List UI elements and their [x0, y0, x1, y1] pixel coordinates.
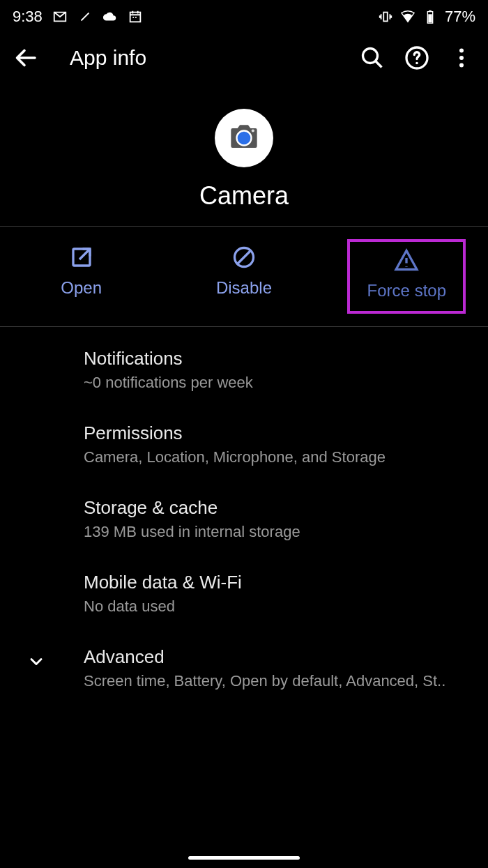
item-subtitle: 139 MB used in internal storage [84, 523, 471, 541]
overflow-menu-icon[interactable] [449, 45, 474, 70]
svg-rect-3 [429, 10, 432, 12]
voicemail-icon [77, 9, 93, 24]
chevron-down-icon [26, 652, 46, 671]
status-bar: 9:38 77% [0, 0, 488, 33]
warning-icon [394, 248, 419, 273]
app-icon [215, 109, 273, 167]
cloud-icon [102, 9, 118, 24]
action-row: Open Disable Force stop [0, 227, 488, 326]
help-icon[interactable] [404, 45, 429, 70]
status-time: 9:38 [13, 8, 43, 26]
app-header: Camera [0, 82, 488, 226]
svg-point-7 [415, 62, 418, 65]
disable-label: Disable [216, 278, 272, 298]
item-subtitle: ~0 notifications per week [84, 374, 471, 392]
app-name: Camera [199, 181, 289, 211]
svg-point-5 [363, 49, 378, 63]
page-title: App info [56, 46, 343, 70]
svg-rect-4 [428, 14, 432, 22]
vibrate-icon [378, 9, 393, 24]
open-button[interactable]: Open [22, 239, 141, 314]
wifi-icon [400, 9, 415, 24]
item-subtitle: Camera, Location, Microphone, and Storag… [84, 448, 471, 466]
settings-list: Notifications ~0 notifications per week … [0, 327, 488, 711]
search-icon[interactable] [360, 45, 385, 70]
item-subtitle: Screen time, Battery, Open by default, A… [84, 672, 471, 690]
permissions-item[interactable]: Permissions Camera, Location, Microphone… [0, 407, 488, 482]
svg-point-13 [252, 129, 254, 132]
gmail-icon [52, 9, 68, 24]
calendar-icon [128, 9, 143, 24]
svg-point-8 [459, 49, 464, 53]
back-arrow-icon[interactable] [14, 45, 39, 70]
data-wifi-item[interactable]: Mobile data & Wi-Fi No data used [0, 556, 488, 631]
disable-icon [231, 245, 257, 270]
advanced-item[interactable]: Advanced Screen time, Battery, Open by d… [0, 631, 488, 706]
item-title: Permissions [84, 422, 471, 444]
storage-item[interactable]: Storage & cache 139 MB used in internal … [0, 482, 488, 556]
open-icon [69, 245, 94, 270]
disable-button[interactable]: Disable [185, 239, 303, 314]
home-indicator[interactable] [188, 856, 300, 860]
item-title: Mobile data & Wi-Fi [84, 572, 471, 593]
svg-point-9 [459, 56, 464, 60]
force-stop-label: Force stop [367, 281, 446, 300]
force-stop-button[interactable]: Force stop [347, 239, 466, 314]
battery-icon [422, 9, 438, 24]
toolbar: App info [0, 33, 488, 82]
open-label: Open [61, 278, 102, 298]
svg-rect-1 [383, 13, 388, 22]
status-battery-pct: 77% [445, 8, 475, 26]
item-title: Notifications [84, 348, 471, 370]
item-title: Storage & cache [84, 497, 471, 519]
item-subtitle: No data used [84, 597, 471, 616]
item-title: Advanced [84, 646, 471, 668]
notifications-item[interactable]: Notifications ~0 notifications per week [0, 333, 488, 407]
svg-point-10 [459, 63, 464, 68]
